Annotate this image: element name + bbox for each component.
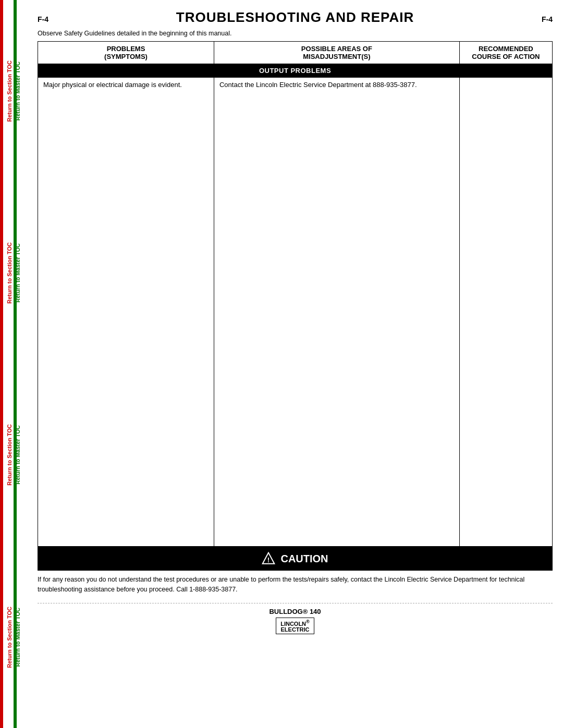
page-title: TROUBLESHOOTING AND REPAIR bbox=[48, 9, 542, 26]
problem-cell: Major physical or electrical damage is e… bbox=[38, 78, 214, 547]
col-misadjustment-header: POSSIBLE AREAS OF MISADJUSTMENT(S) bbox=[214, 42, 459, 64]
action-cell bbox=[459, 78, 552, 547]
page-num-right: F-4 bbox=[542, 15, 553, 23]
caution-triangle-icon: ! bbox=[262, 552, 275, 565]
output-problems-section-header: OUTPUT PROBLEMS bbox=[38, 64, 553, 78]
col-action-header: RECOMMENDED COURSE OF ACTION bbox=[459, 42, 552, 64]
model-name: BULLDOG® 140 bbox=[38, 608, 553, 615]
col1-line2: (SYMPTOMS) bbox=[104, 53, 148, 60]
caution-box: ! CAUTION bbox=[38, 547, 553, 571]
safety-note: Observe Safety Guidelines detailed in th… bbox=[38, 30, 553, 37]
page-header: F-4 TROUBLESHOOTING AND REPAIR F-4 bbox=[38, 9, 553, 26]
sidebar-pair-3: Return to Section TOC Return to Master T… bbox=[0, 364, 27, 546]
page-footer: BULLDOG® 140 LINCOLN® ELECTRIC bbox=[38, 603, 553, 635]
return-master-toc-2[interactable]: Return to Master TOC bbox=[14, 241, 22, 304]
sidebar: Return to Section TOC Return to Master T… bbox=[0, 0, 27, 728]
return-master-toc-3[interactable]: Return to Master TOC bbox=[14, 423, 22, 486]
output-problems-label: OUTPUT PROBLEMS bbox=[38, 64, 553, 78]
caution-label: CAUTION bbox=[280, 553, 328, 565]
return-master-toc-1[interactable]: Return to Master TOC bbox=[14, 59, 22, 122]
table-row: Major physical or electrical damage is e… bbox=[38, 78, 553, 547]
return-section-toc-4[interactable]: Return to Section TOC bbox=[5, 604, 14, 670]
col1-line1: PROBLEMS bbox=[107, 45, 145, 53]
footer-text: If for any reason you do not understand … bbox=[38, 575, 553, 595]
brand-name: LINCOLN® bbox=[280, 619, 310, 627]
lincoln-electric-logo: LINCOLN® ELECTRIC bbox=[276, 618, 314, 635]
sidebar-pair-4: Return to Section TOC Return to Master T… bbox=[0, 546, 27, 728]
col2-line2: MISADJUSTMENT(S) bbox=[303, 53, 370, 60]
return-section-toc-2[interactable]: Return to Section TOC bbox=[5, 240, 14, 306]
sidebar-pair-1: Return to Section TOC Return to Master T… bbox=[0, 0, 27, 182]
brand-electric: ELECTRIC bbox=[280, 626, 310, 633]
col2-line1: POSSIBLE AREAS OF bbox=[301, 45, 372, 53]
col3-line1: RECOMMENDED bbox=[479, 45, 533, 53]
col3-line2: COURSE OF ACTION bbox=[472, 53, 540, 60]
return-section-toc-1[interactable]: Return to Section TOC bbox=[5, 58, 14, 124]
page-num-left: F-4 bbox=[38, 15, 48, 23]
sidebar-pair-2: Return to Section TOC Return to Master T… bbox=[0, 182, 27, 364]
return-master-toc-4[interactable]: Return to Master TOC bbox=[14, 606, 22, 669]
return-section-toc-3[interactable]: Return to Section TOC bbox=[5, 422, 14, 488]
brand-lincoln: LINCOLN bbox=[280, 620, 306, 626]
misadjustment-cell: Contact the Lincoln Electric Service Dep… bbox=[214, 78, 459, 547]
col-problems-header: PROBLEMS (SYMPTOMS) bbox=[38, 42, 214, 64]
troubleshoot-table: PROBLEMS (SYMPTOMS) POSSIBLE AREAS OF MI… bbox=[38, 41, 553, 547]
svg-text:!: ! bbox=[267, 556, 270, 564]
table-header-row: PROBLEMS (SYMPTOMS) POSSIBLE AREAS OF MI… bbox=[38, 42, 553, 64]
main-content: F-4 TROUBLESHOOTING AND REPAIR F-4 Obser… bbox=[27, 0, 563, 639]
brand-reg: ® bbox=[306, 619, 310, 624]
